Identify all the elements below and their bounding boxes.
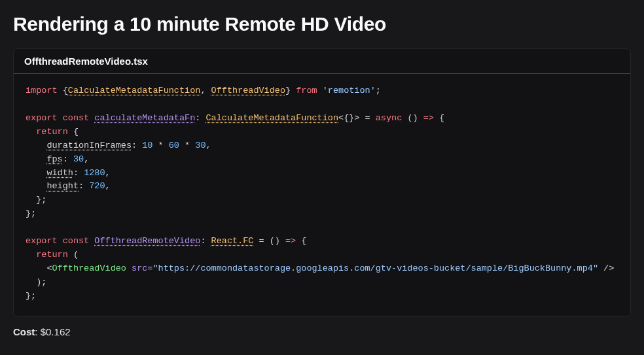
tok-prop: width xyxy=(46,168,73,178)
cost-value: $0.162 xyxy=(41,326,71,337)
tok-module: 'remotion' xyxy=(323,86,376,95)
code-block: OffthreadRemoteVideo.tsx import {Calcula… xyxy=(13,48,631,317)
tok-return: return xyxy=(36,127,68,137)
cost-label: Cost xyxy=(13,326,35,337)
tok-async: async xyxy=(376,113,402,123)
tok-const: const xyxy=(63,113,90,123)
tok-symbol: CalculateMetadataFunction xyxy=(68,86,201,95)
tok-num: 30 xyxy=(195,141,206,150)
tok-type: CalculateMetadataFunction xyxy=(206,113,338,123)
tok-fn-name: OffthreadRemoteVideo xyxy=(94,236,200,246)
tok-generic: <{}> xyxy=(338,113,359,123)
cost-line: Cost: $0.162 xyxy=(13,326,631,337)
tok-jsx-tag: OffthreadVideo xyxy=(52,263,126,273)
tok-num: 720 xyxy=(89,181,105,191)
code-body: import {CalculateMetadataFunction, Offth… xyxy=(14,74,630,316)
tok-fn-name: calculateMetadataFn xyxy=(94,113,195,123)
tok-num: 1280 xyxy=(84,168,105,178)
page-title: Rendering a 10 minute Remote HD Video xyxy=(13,13,631,35)
tok-prop: height xyxy=(46,181,79,191)
tok-num: 30 xyxy=(73,154,84,164)
tok-const: const xyxy=(63,236,90,246)
code-filename: OffthreadRemoteVideo.tsx xyxy=(14,49,630,74)
tok-export: export xyxy=(26,236,58,246)
tok-return: return xyxy=(36,250,68,260)
tok-jsx-val: "https://commondatastorage.googleapis.co… xyxy=(152,263,598,273)
tok-type: React.FC xyxy=(211,236,254,246)
tok-prop: fps xyxy=(46,154,62,164)
tok-prop: durationInFrames xyxy=(46,141,132,150)
tok-import: import xyxy=(26,86,58,95)
tok-num: 10 xyxy=(142,141,152,150)
tok-symbol: OffthreadVideo xyxy=(211,86,285,95)
tok-num: 60 xyxy=(169,141,179,150)
tok-export: export xyxy=(26,113,58,123)
tok-from: from xyxy=(296,86,317,95)
tok-jsx-attr: src xyxy=(132,263,147,273)
